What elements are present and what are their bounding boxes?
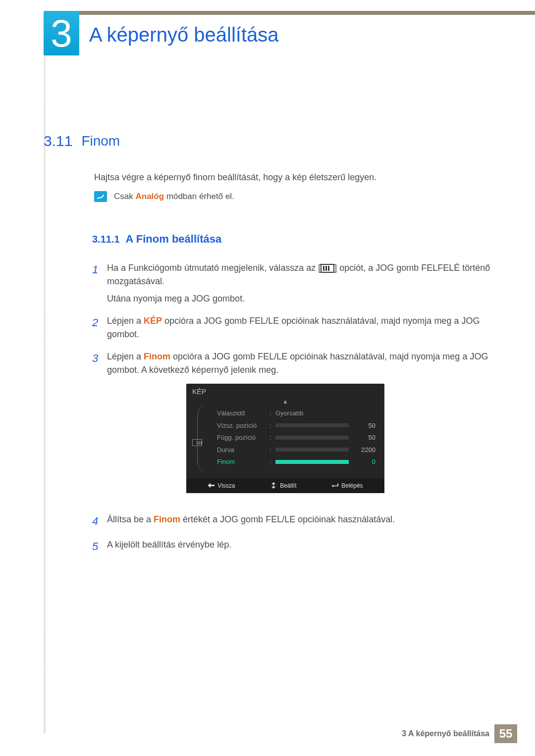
note-prefix: Csak: [114, 192, 135, 201]
step-text-b: opcióra a JOG gomb FEL/LE opcióinak hasz…: [107, 316, 480, 339]
osd-colon: :: [269, 408, 275, 418]
osd-footer-label: Beállít: [280, 481, 296, 490]
osd-back-hint: Vissza: [208, 481, 235, 490]
subsection-heading: 3.11.1 A Finom beállítása: [92, 233, 221, 246]
step-5: 5 A kijelölt beállítás érvénybe lép.: [92, 538, 490, 554]
highlight: Finom: [144, 352, 170, 361]
osd-screenshot: KÉP ▲ Válaszidő : Gyorsabb Vízsz. pozíci…: [186, 384, 384, 493]
page-footer: 3 A képernyő beállítása 55: [402, 724, 517, 743]
osd-slider-active: [275, 460, 349, 464]
osd-label: Függ. pozíció: [217, 433, 269, 443]
steps-list: 1 Ha a Funkciógomb útmutató megjelenik, …: [92, 261, 490, 563]
chapter-number: 3: [51, 11, 72, 56]
step-subtext: Utána nyomja meg a JOG gombot.: [107, 292, 490, 305]
osd-row: Vízsz. pozíció : 50: [217, 421, 375, 431]
osd-footer-label: Vissza: [217, 481, 235, 490]
osd-row: Függ. pozíció : 50: [217, 433, 375, 443]
header-bar: [44, 11, 535, 15]
subsection-number: 3.11.1: [92, 234, 120, 245]
osd-slider: [275, 436, 349, 440]
osd-slider: [275, 423, 349, 427]
step-text-a: Ha a Funkciógomb útmutató megjelenik, vá…: [107, 263, 321, 273]
highlight: KÉP: [144, 316, 162, 326]
page-number: 55: [494, 724, 517, 743]
section-title: Finom: [81, 133, 120, 149]
note-icon: [94, 191, 107, 202]
step-text-a: Lépjen a: [107, 316, 144, 326]
osd-body: Válaszidő : Gyorsabb Vízsz. pozíció : 50…: [186, 408, 384, 478]
highlight: Finom: [154, 514, 180, 524]
osd-value: 2200: [354, 445, 375, 455]
step-number: 1: [92, 261, 107, 305]
section-heading: 3.11 Finom: [44, 133, 120, 150]
updown-arrow-icon: [270, 482, 277, 489]
note-row: Csak Analóg módban érhető el.: [94, 191, 234, 202]
chapter-title: A képernyő beállítása: [89, 24, 278, 46]
chapter-number-badge: 3: [44, 11, 79, 55]
osd-value-text: Gyorsabb: [275, 408, 303, 418]
subsection-title: A Finom beállítása: [126, 233, 222, 246]
osd-footer: Vissza Beállít Belépés: [186, 478, 384, 493]
step-number: 3: [92, 350, 107, 504]
osd-up-arrow-icon: ▲: [186, 399, 384, 406]
osd-footer-label: Belépés: [341, 481, 363, 490]
left-margin-line: [44, 11, 46, 734]
osd-adjust-hint: Beállít: [270, 481, 296, 490]
osd-value: 50: [354, 421, 375, 431]
osd-value: 0: [354, 457, 375, 467]
note-text: Csak Analóg módban érhető el.: [114, 192, 234, 202]
osd-row: Durva : 2200: [217, 445, 375, 455]
step-body: Lépjen a KÉP opcióra a JOG gomb FEL/LE o…: [107, 314, 490, 341]
step-text-b: értékét a JOG gomb FEL/LE opcióinak hasz…: [180, 514, 395, 524]
osd-label: Durva: [217, 445, 269, 455]
step-3: 3 Lépjen a Finom opcióra a JOG gomb FEL/…: [92, 350, 490, 504]
step-text-a: Lépjen a: [107, 352, 144, 361]
osd-curve-decoration: [197, 405, 210, 471]
osd-row: Válaszidő : Gyorsabb: [217, 408, 375, 418]
osd-label: Finom: [217, 457, 269, 467]
back-arrow-icon: [208, 483, 214, 488]
osd-enter-hint: Belépés: [331, 481, 363, 490]
intro-text: Hajtsa végre a képernyő finom beállításá…: [94, 171, 490, 184]
step-1: 1 Ha a Funkciógomb útmutató megjelenik, …: [92, 261, 490, 305]
osd-value: 50: [354, 433, 375, 443]
osd-label: Vízsz. pozíció: [217, 421, 269, 431]
osd-row-active: Finom : 0: [217, 457, 375, 467]
step-2: 2 Lépjen a KÉP opcióra a JOG gomb FEL/LE…: [92, 314, 490, 341]
step-body: A kijelölt beállítás érvénybe lép.: [107, 538, 490, 554]
osd-colon: :: [269, 457, 275, 467]
footer-chapter-label: 3 A képernyő beállítása: [402, 729, 489, 738]
step-number: 4: [92, 513, 107, 529]
menu-icon: [321, 264, 334, 273]
osd-colon: :: [269, 433, 275, 443]
step-4: 4 Állítsa be a Finom értékét a JOG gomb …: [92, 513, 490, 529]
section-number: 3.11: [44, 133, 72, 150]
osd-colon: :: [269, 445, 275, 455]
step-body: Lépjen a Finom opcióra a JOG gomb FEL/LE…: [107, 350, 490, 504]
note-suffix: módban érhető el.: [164, 192, 234, 201]
step-body: Ha a Funkciógomb útmutató megjelenik, vá…: [107, 261, 490, 305]
osd-slider: [275, 448, 349, 452]
step-number: 2: [92, 314, 107, 341]
step-number: 5: [92, 538, 107, 554]
step-text-a: Állítsa be a: [107, 514, 154, 524]
note-highlight: Analóg: [135, 192, 164, 201]
enter-arrow-icon: [331, 483, 338, 488]
osd-title: KÉP: [186, 384, 384, 399]
step-body: Állítsa be a Finom értékét a JOG gomb FE…: [107, 513, 490, 529]
osd-colon: :: [269, 421, 275, 431]
osd-label: Válaszidő: [217, 408, 269, 418]
osd-menu-icon: [192, 439, 202, 446]
